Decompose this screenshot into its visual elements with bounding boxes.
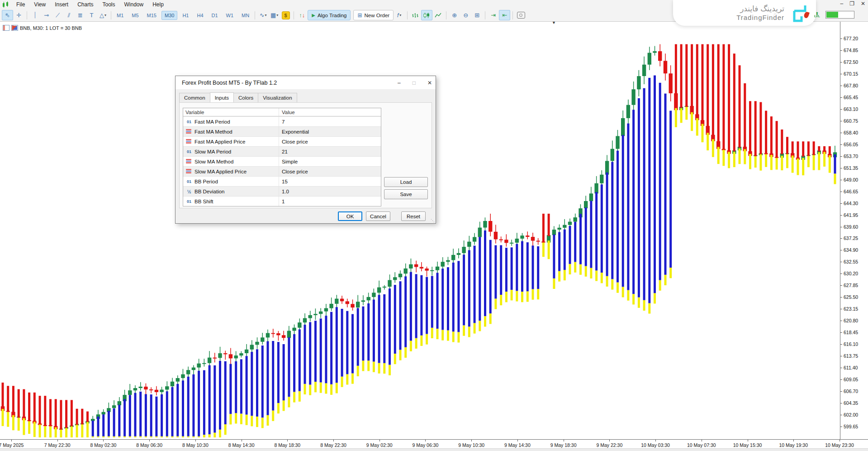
timeframe-button-w1[interactable]: W1 xyxy=(223,11,237,20)
timeframe-button-m5[interactable]: M5 xyxy=(128,11,142,20)
fibonacci-tool-button[interactable]: ≣ xyxy=(75,10,86,20)
menu-item-window[interactable]: Window xyxy=(120,0,148,9)
numeric-param-icon: 01 xyxy=(185,179,193,184)
algo-trading-button[interactable]: ▶ Algo Trading xyxy=(308,10,351,20)
price-tick xyxy=(840,215,842,216)
price-axis[interactable]: 677.20674.85672.50670.15667.80665.45663.… xyxy=(840,21,868,439)
resize-grip[interactable]: ⋱ xyxy=(431,218,435,223)
table-row[interactable]: Fast MA Applied PriceClose price xyxy=(183,136,381,146)
dialog-tab-visualization[interactable]: Visualization xyxy=(258,93,297,103)
param-value[interactable]: Exponential xyxy=(279,129,381,134)
battery-indicator xyxy=(825,11,854,19)
price-axis-label: 604.35 xyxy=(844,400,858,406)
menu-item-view[interactable]: View xyxy=(29,0,50,9)
table-row[interactable]: 01Fast MA Period7 xyxy=(183,116,381,126)
table-row[interactable]: Slow MA MethodSimple xyxy=(183,156,381,166)
screenshot-button[interactable] xyxy=(515,10,526,20)
zoom-out-button[interactable]: ⊖ xyxy=(460,10,471,20)
param-value[interactable]: 1 xyxy=(279,199,381,204)
new-order-icon: ⊞ xyxy=(357,12,362,19)
param-value[interactable]: 7 xyxy=(279,119,381,125)
param-value[interactable]: Close price xyxy=(279,139,381,144)
table-row[interactable]: 01Slow MA Period21 xyxy=(183,146,381,156)
timeframe-button-h1[interactable]: H1 xyxy=(179,11,192,20)
bar-chart-mode-button[interactable] xyxy=(410,10,421,20)
menu-item-charts[interactable]: Charts xyxy=(73,0,98,9)
price-tick xyxy=(840,62,842,62)
tradingfinder-watermark: ⌕ تریدینگ فایندر TradingFinder xyxy=(673,0,816,26)
param-name: BB Period xyxy=(194,179,218,184)
load-button[interactable]: Load xyxy=(384,177,428,187)
table-row[interactable]: 01BB Period15 xyxy=(183,176,381,186)
table-row[interactable]: ½BB Deviation1.0 xyxy=(183,186,381,196)
param-value[interactable]: Close price xyxy=(279,169,381,174)
dialog-title-bar[interactable]: Forex Profit Boost MT5 - By TFlab 1.2 xyxy=(175,76,436,89)
price-axis-label: 660.75 xyxy=(844,118,858,124)
text-tool-button[interactable]: T xyxy=(86,10,97,20)
ok-button[interactable]: OK xyxy=(338,211,362,221)
price-tick xyxy=(840,121,842,121)
dialog-close-button[interactable]: ✕ xyxy=(427,80,432,86)
param-value[interactable]: 21 xyxy=(279,149,381,154)
menu-item-help[interactable]: Help xyxy=(148,0,168,9)
shapes-tool-button[interactable]: △▾ xyxy=(97,10,109,20)
restore-button[interactable]: ❐ xyxy=(849,0,854,7)
cancel-button[interactable]: Cancel xyxy=(366,211,390,221)
param-value[interactable]: Simple xyxy=(279,159,381,164)
bottom-strip xyxy=(0,448,868,451)
line-chart-mode-button[interactable] xyxy=(432,10,444,20)
auto-scroll-button[interactable]: ⇤ xyxy=(499,10,510,20)
price-axis-label: 646.65 xyxy=(844,189,858,194)
depth-of-market-button[interactable]: ↑↓ xyxy=(296,10,308,20)
new-order-label: New Order xyxy=(365,13,390,18)
timeframe-button-m30[interactable]: M30 xyxy=(161,11,177,20)
param-name: Fast MA Period xyxy=(194,119,230,125)
close-button[interactable]: ✕ xyxy=(861,0,865,7)
minimize-button[interactable]: – xyxy=(840,0,843,7)
channel-tool-button[interactable]: ⫽ xyxy=(63,10,75,20)
param-value[interactable]: 1.0 xyxy=(279,189,381,194)
chart-style-dropdown[interactable]: ∿▾ xyxy=(257,10,269,20)
crosshair-tool-button[interactable]: ✛ xyxy=(13,10,24,20)
table-row[interactable]: Slow MA Applied PriceClose price xyxy=(183,166,381,176)
dialog-minimize-button[interactable]: – xyxy=(398,80,401,86)
menu-item-file[interactable]: File xyxy=(12,0,29,9)
vertical-line-tool-button[interactable]: ⏐ xyxy=(29,10,41,20)
dialog-title: Forex Profit Boost MT5 - By TFlab 1.2 xyxy=(182,80,277,86)
dialog-tab-colors[interactable]: Colors xyxy=(233,93,258,103)
price-tick xyxy=(840,203,842,204)
param-value[interactable]: 15 xyxy=(279,179,381,184)
symbol-text: BNB, M30: 1 LOT = 30 BNB xyxy=(20,25,82,31)
price-axis-label: 620.80 xyxy=(844,318,858,323)
tile-windows-button[interactable]: ⊞ xyxy=(471,10,483,20)
new-order-button[interactable]: ⊞ New Order xyxy=(353,10,394,20)
menu-item-insert[interactable]: Insert xyxy=(50,0,73,9)
time-axis-label: 10 May 07:30 xyxy=(687,442,716,448)
timeframe-button-h4[interactable]: H4 xyxy=(194,11,206,20)
trendline-tool-button[interactable]: ⟋ xyxy=(52,10,63,20)
bars-icon xyxy=(412,12,419,19)
timeframe-button-m1[interactable]: M1 xyxy=(114,11,127,20)
horizontal-line-tool-button[interactable]: ⊸ xyxy=(41,10,52,20)
price-tick xyxy=(840,368,842,368)
cursor-tool-button[interactable]: ⇖ xyxy=(2,10,13,20)
timeframe-button-mn[interactable]: MN xyxy=(238,11,252,20)
table-row[interactable]: 01BB Shift1 xyxy=(183,196,381,206)
chart-shift-button[interactable]: ⇥ xyxy=(488,10,499,20)
insert-indicator-dropdown[interactable]: 𝑓▾ xyxy=(394,10,405,20)
candlestick-mode-button[interactable] xyxy=(421,10,432,20)
menu-item-tools[interactable]: Tools xyxy=(98,0,120,9)
zoom-in-button[interactable]: ⊕ xyxy=(449,10,460,20)
dialog-maximize-button[interactable]: □ xyxy=(413,80,416,86)
time-tick xyxy=(517,440,518,441)
timeframe-button-d1[interactable]: D1 xyxy=(209,11,221,20)
reset-button[interactable]: Reset xyxy=(401,211,426,221)
timeframe-button-m15[interactable]: M15 xyxy=(144,11,160,20)
save-button[interactable]: Save xyxy=(384,189,428,199)
market-watch-button[interactable]: $ xyxy=(280,10,291,20)
table-row[interactable]: Fast MA MethodExponential xyxy=(183,126,381,136)
indicator-window-dropdown[interactable]: ▦▾ xyxy=(269,10,280,20)
price-tick xyxy=(840,109,842,110)
dialog-tab-common[interactable]: Common xyxy=(179,93,210,103)
dialog-tab-inputs[interactable]: Inputs xyxy=(210,92,234,103)
